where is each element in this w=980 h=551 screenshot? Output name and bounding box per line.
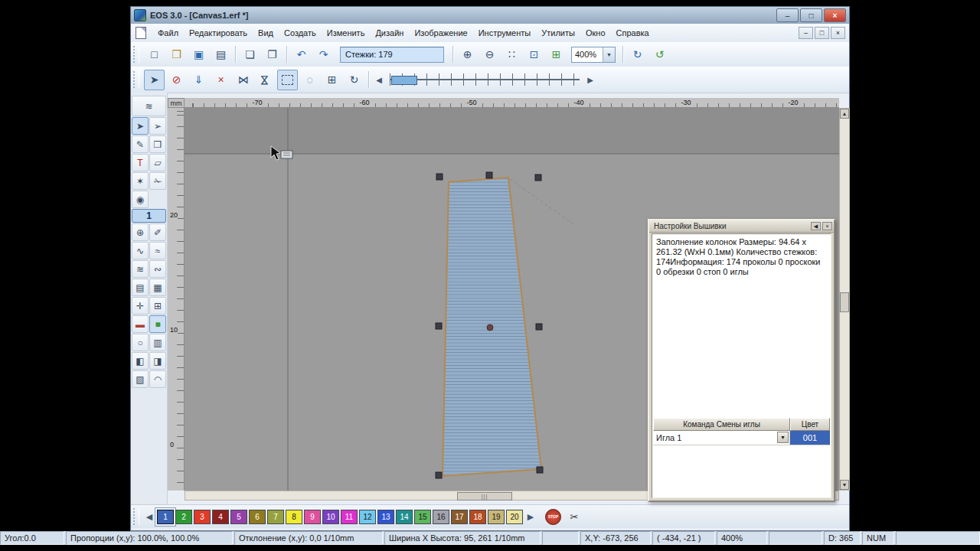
mdi-minimize-button[interactable]: – [799, 27, 813, 39]
image-tool[interactable]: ❒ [149, 135, 166, 153]
toolbar-grip[interactable] [133, 46, 139, 63]
swatch-1[interactable]: 1 [157, 510, 174, 524]
menu-edit[interactable]: Редактировать [184, 25, 253, 41]
document-icon[interactable] [136, 27, 146, 39]
minimize-button[interactable]: – [776, 8, 799, 22]
swatch-15[interactable]: 15 [414, 510, 431, 524]
menu-window[interactable]: Окно [580, 25, 611, 41]
handle-top-left[interactable] [436, 174, 443, 180]
copy-button[interactable]: ❏ [240, 44, 260, 65]
disable-button[interactable]: ⊘ [166, 70, 187, 90]
handle-top-mid[interactable] [486, 172, 492, 178]
swatch-2[interactable]: 2 [175, 510, 192, 524]
zoom-dropdown-icon[interactable]: ▼ [603, 47, 615, 62]
print-button[interactable]: ▤ [211, 44, 231, 65]
palette-prev-button[interactable]: ◀ [142, 508, 156, 525]
palette-grip[interactable] [133, 508, 139, 525]
panel-close-button[interactable]: × [822, 222, 832, 230]
horizontal-scrollbar-thumb[interactable]: ||| [457, 492, 512, 500]
curve-tool[interactable]: ◠ [149, 370, 166, 388]
insert-stitch-button[interactable]: ⇓ [188, 70, 209, 90]
satin-stitch-tool[interactable]: ∿ [132, 242, 149, 259]
close-button[interactable]: × [824, 8, 846, 22]
trim-button[interactable]: ✂ [566, 508, 583, 525]
handle-bottom-left[interactable] [436, 472, 442, 478]
undo-button[interactable]: ↶ [291, 44, 312, 65]
swatch-5[interactable]: 5 [230, 510, 247, 524]
shape-tool[interactable]: ▱ [149, 154, 166, 171]
stamp-tool[interactable]: ▧ [132, 370, 149, 388]
redo-button[interactable]: ↷ [313, 44, 334, 65]
swatch-16[interactable]: 16 [433, 510, 449, 524]
mdi-restore-button[interactable]: □ [815, 27, 829, 39]
swatch-10[interactable]: 10 [322, 510, 339, 524]
panel-collapse-button[interactable]: ◀ [811, 222, 821, 230]
vertical-scrollbar[interactable]: ▲ ▼ [839, 108, 850, 491]
swatch-19[interactable]: 19 [488, 510, 505, 524]
needle-dropdown-button[interactable]: ▼ [777, 432, 789, 443]
ellipse-tool[interactable]: ○ [132, 334, 149, 351]
frame-left-tool[interactable]: ◧ [132, 352, 149, 370]
swatch-6[interactable]: 6 [249, 510, 266, 524]
save-button[interactable]: ▣ [188, 44, 209, 65]
freehand-tool[interactable]: ✎ [132, 135, 149, 153]
scroll-down-button[interactable]: ▼ [840, 480, 849, 490]
layer-number-field[interactable]: 1 [132, 209, 166, 223]
handle-mid-left[interactable] [436, 323, 442, 329]
program-fill-tool[interactable]: ▦ [149, 279, 166, 296]
swatch-11[interactable]: 11 [341, 510, 358, 524]
zoom-in-button[interactable]: ⊕ [457, 44, 478, 65]
swatch-13[interactable]: 13 [377, 510, 394, 524]
rotate-button[interactable]: ↻ [344, 70, 364, 90]
swatch-7[interactable]: 7 [267, 510, 284, 524]
menu-image[interactable]: Изображение [409, 25, 472, 41]
delete-button[interactable]: × [211, 70, 231, 90]
magic-wand-tool[interactable]: ✶ [132, 172, 149, 190]
fill-stitch-tool[interactable]: ▤ [132, 279, 149, 296]
swatch-9[interactable]: 9 [304, 510, 321, 524]
swatch-14[interactable]: 14 [396, 510, 413, 524]
handle-bottom-right[interactable] [537, 467, 543, 473]
lasso-select-button[interactable]: ◌ [299, 70, 320, 90]
color-code-cell[interactable]: 001 [789, 431, 830, 445]
zigzag-stitch-tool[interactable]: ≈ [149, 242, 166, 259]
maximize-button[interactable]: □ [800, 8, 822, 22]
menu-modify[interactable]: Изменить [322, 25, 371, 41]
object-center-pivot[interactable] [487, 324, 493, 331]
node-edit-tool[interactable]: ➢ [149, 117, 166, 135]
transform-button[interactable]: ⊞ [322, 70, 342, 90]
needle-select[interactable]: Игла 1 ▼ [653, 431, 789, 445]
handle-mid-right[interactable] [536, 324, 542, 330]
needle-command-column-header[interactable]: Команда Смены иглы [653, 418, 790, 431]
run-stitch-tool[interactable]: ≋ [132, 260, 149, 278]
stitch-count-field[interactable]: Стежки: 179 [340, 47, 444, 63]
handle-top-right[interactable] [535, 174, 541, 181]
stitch-sequence-tool[interactable]: ≋ [132, 96, 166, 116]
measure-tool[interactable]: ✐ [149, 223, 166, 241]
slider-fill[interactable] [391, 76, 417, 85]
slider-prev-button[interactable]: ◀ [373, 73, 385, 86]
swatch-8[interactable]: 8 [286, 510, 302, 524]
text-tool[interactable]: T [132, 154, 149, 171]
scroll-up-button[interactable]: ▲ [840, 109, 849, 119]
zoom-out-button[interactable]: ⊖ [479, 44, 500, 65]
menu-file[interactable]: Файл [152, 25, 184, 41]
menu-view[interactable]: Вид [253, 25, 279, 41]
title-bar[interactable]: EOS 3.0 - [Canvas1.erf *] – □ × [131, 7, 849, 24]
grid-tool[interactable]: ⊞ [149, 297, 166, 315]
swatch-17[interactable]: 17 [451, 510, 468, 524]
machine-stop-button[interactable]: STOP [545, 509, 561, 525]
fit-design-button[interactable]: ⊞ [546, 44, 567, 65]
paste-button[interactable]: ❐ [262, 44, 283, 65]
new-button[interactable]: □ [144, 44, 165, 65]
marquee-select-button[interactable] [277, 70, 298, 90]
color-column-header[interactable]: Цвет [790, 418, 830, 431]
menu-utilities[interactable]: Утилиты [536, 25, 580, 41]
palette-next-button[interactable]: ▶ [524, 508, 537, 525]
knife-tool[interactable]: ✁ [149, 172, 166, 190]
show-stitch-points-button[interactable]: ∷ [501, 44, 522, 65]
zoom-tool[interactable]: ⊕ [132, 223, 149, 241]
menu-design[interactable]: Дизайн [370, 25, 409, 41]
swatch-3[interactable]: 3 [194, 510, 211, 524]
slider-next-button[interactable]: ▶ [584, 73, 596, 86]
